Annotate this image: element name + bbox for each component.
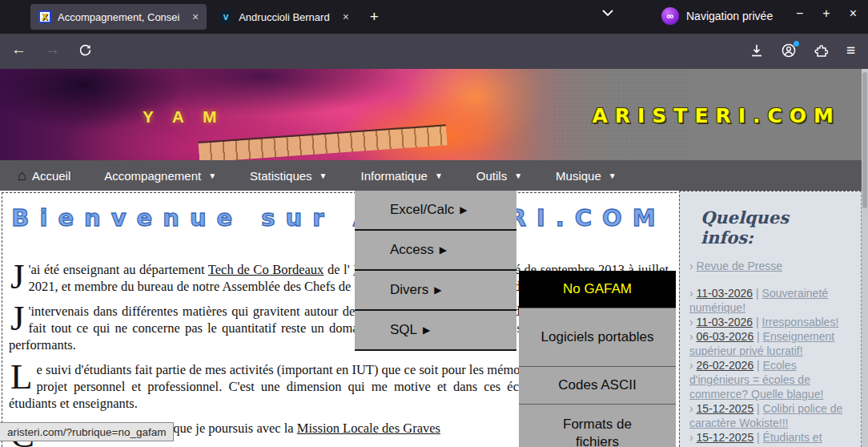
menu-item-sql[interactable]: SQL▶ bbox=[355, 311, 516, 351]
minimize-button[interactable]: − bbox=[796, 6, 803, 21]
bullet-icon: › bbox=[689, 330, 697, 343]
nav-item-label: Musique bbox=[556, 169, 601, 183]
sidebar-news-date-link[interactable]: 26-02-2026 bbox=[697, 359, 754, 372]
page-scrollbar-thumb[interactable] bbox=[862, 72, 867, 208]
reload-button[interactable] bbox=[78, 43, 92, 57]
sidebar-news-item: › 15-12-2025 | Étudiants et bbox=[689, 430, 846, 445]
bullet-icon: › bbox=[689, 402, 697, 415]
browser-window: XAccompagnement, Conseils (C×vAndrucciol… bbox=[0, 0, 868, 447]
tab-close-icon[interactable]: × bbox=[343, 10, 349, 23]
separator: | bbox=[753, 402, 762, 415]
sidebar-news-date-link[interactable]: 06-03-2026 bbox=[697, 330, 754, 343]
sidebar-news-date-link[interactable]: 15-12-2025 bbox=[697, 402, 754, 415]
informatique-dropdown-menu: Excel/Calc▶Access▶Divers▶SQL▶ bbox=[355, 191, 516, 351]
submenu-arrow-icon: ▶ bbox=[440, 244, 447, 256]
close-window-button[interactable]: × bbox=[850, 6, 857, 21]
bullet-icon: › bbox=[689, 316, 697, 328]
chevron-down-icon: ▼ bbox=[208, 171, 216, 180]
submenu-arrow-icon: ▶ bbox=[434, 284, 441, 296]
menu-item-access[interactable]: Access▶ bbox=[355, 231, 516, 271]
divers-submenu: No GAFAMLogiciels portablesCodes ASCIIFo… bbox=[519, 271, 676, 447]
bullet-icon: › bbox=[689, 431, 697, 444]
tab-title: Accompagnement, Conseils (C bbox=[58, 11, 179, 23]
main-nav: ⌂AccueilAccompagnement▼Statistiques▼Info… bbox=[0, 160, 868, 191]
submenu-item-codes-ascii[interactable]: Codes ASCII bbox=[519, 367, 676, 405]
keyboard-image-part bbox=[198, 124, 447, 160]
nav-item-label: Informatique bbox=[361, 169, 428, 183]
sidebar-news-item: › 26-02-2026 | Ecoles d'ingénieurs = éco… bbox=[689, 358, 846, 401]
sidebar-news-link[interactable]: Revue de Presse bbox=[697, 260, 782, 272]
account-icon[interactable] bbox=[782, 43, 796, 58]
tab-title: Andruccioli Bernard bbox=[239, 11, 329, 23]
separator: | bbox=[753, 330, 762, 343]
account-notification-dot bbox=[794, 41, 799, 46]
browser-tab[interactable]: XAccompagnement, Conseils (C× bbox=[30, 4, 207, 30]
forward-button[interactable]: → bbox=[45, 41, 60, 58]
sidebar-news-item: › Revue de Presse bbox=[689, 259, 846, 273]
back-button[interactable]: ← bbox=[11, 41, 26, 58]
content-link[interactable]: Mission Locale des Graves bbox=[297, 421, 440, 436]
submenu-item-logiciels-portables[interactable]: Logiciels portables bbox=[519, 308, 676, 367]
dropcap-letter: J bbox=[10, 263, 25, 290]
dropcap-letter: L bbox=[10, 363, 33, 390]
nav-item-musique[interactable]: Musique▼ bbox=[556, 169, 617, 183]
private-browsing-badge: ∞ Navigation privée bbox=[661, 7, 773, 25]
nav-item-informatique[interactable]: Informatique▼ bbox=[361, 169, 443, 183]
sidebar-heading: Quelques infos: bbox=[701, 207, 846, 248]
menu-item-label: Divers bbox=[390, 282, 428, 298]
site-title: ARISTERI.COM bbox=[592, 104, 841, 127]
bullet-icon: › bbox=[689, 260, 697, 272]
menu-item-label: SQL bbox=[390, 322, 417, 338]
separator: | bbox=[753, 316, 762, 328]
nav-item-accueil[interactable]: ⌂Accueil bbox=[18, 168, 70, 183]
page-title: Bienvenue sur ARISTERI.COM bbox=[9, 204, 669, 232]
maximize-button[interactable]: + bbox=[822, 6, 830, 21]
sidebar-news-item: › 06-03-2026 | Enseignement supérieur pr… bbox=[689, 329, 846, 358]
calc-favicon-icon: X bbox=[38, 10, 51, 23]
nav-item-accompagnement[interactable]: Accompagnement▼ bbox=[104, 169, 216, 183]
menu-item-excel-calc[interactable]: Excel/Calc▶ bbox=[355, 191, 516, 231]
nav-item-label: Statistiques bbox=[250, 169, 312, 183]
tab-strip: XAccompagnement, Conseils (C×vAndrucciol… bbox=[30, 0, 357, 34]
status-tooltip: aristeri.com/?rubrique=no_gafam bbox=[0, 422, 174, 441]
chevron-down-icon: ▼ bbox=[609, 171, 617, 180]
header-image-text: Y A M bbox=[143, 107, 223, 127]
submenu-arrow-icon: ▶ bbox=[423, 324, 430, 336]
sidebar-news-date-link[interactable]: 15-12-2025 bbox=[697, 431, 754, 444]
sidebar-news-date-link[interactable]: 11-03-2026 bbox=[697, 287, 753, 300]
tab-close-icon[interactable]: × bbox=[192, 10, 199, 23]
content-link[interactable]: Tech de Co Bordeaux bbox=[208, 262, 324, 277]
sidebar-news-link[interactable]: Étudiants et bbox=[763, 431, 822, 444]
browser-toolbar: ← → aristeri.com/?rubrique=Accueil ☆ bbox=[0, 34, 868, 69]
history-nav-buttons: ← → bbox=[11, 41, 92, 58]
bullet-icon: › bbox=[689, 287, 697, 300]
separator: | bbox=[753, 287, 762, 300]
private-mask-icon: ∞ bbox=[661, 7, 679, 25]
sidebar-news-date-link[interactable]: 11-03-2026 bbox=[697, 316, 753, 328]
new-tab-button[interactable]: + bbox=[370, 8, 379, 26]
sidebar-news-item: › 11-03-2026 | Souveraineté numérique! bbox=[689, 286, 846, 315]
menu-hamburger-icon[interactable]: ≡ bbox=[846, 42, 855, 59]
dropcap-letter: J bbox=[10, 304, 25, 332]
submenu-arrow-icon: ▶ bbox=[460, 204, 467, 215]
sidebar-news-item: › 11-03-2026 | Irresponsables! bbox=[689, 315, 846, 329]
menu-item-divers[interactable]: Divers▶ bbox=[355, 271, 516, 311]
submenu-item-no-gafam[interactable]: No GAFAM bbox=[519, 271, 676, 308]
browser-tab[interactable]: vAndruccioli Bernard× bbox=[211, 4, 357, 30]
nav-item-label: Outils bbox=[476, 169, 507, 183]
site-header: Y A M ARISTERI.COM bbox=[0, 69, 868, 160]
private-badge-label: Navigation privée bbox=[686, 10, 773, 22]
nav-item-label: Accompagnement bbox=[104, 169, 201, 183]
nav-item-statistiques[interactable]: Statistiques▼ bbox=[250, 169, 327, 183]
extensions-puzzle-icon[interactable] bbox=[814, 44, 828, 58]
downloads-icon[interactable] bbox=[750, 44, 763, 58]
chevron-down-icon: ▼ bbox=[435, 171, 443, 180]
window-controls: − + × bbox=[796, 6, 857, 21]
nav-item-outils[interactable]: Outils▼ bbox=[476, 169, 522, 183]
nav-item-label: Accueil bbox=[32, 169, 70, 183]
tab-overflow-chevron-icon[interactable] bbox=[602, 10, 613, 17]
bullet-icon: › bbox=[689, 359, 697, 372]
sidebar-news-link[interactable]: Irresponsables! bbox=[762, 316, 839, 328]
home-icon: ⌂ bbox=[18, 168, 26, 183]
submenu-item-formats-de-fichiers[interactable]: Formats de fichiers bbox=[519, 405, 676, 447]
